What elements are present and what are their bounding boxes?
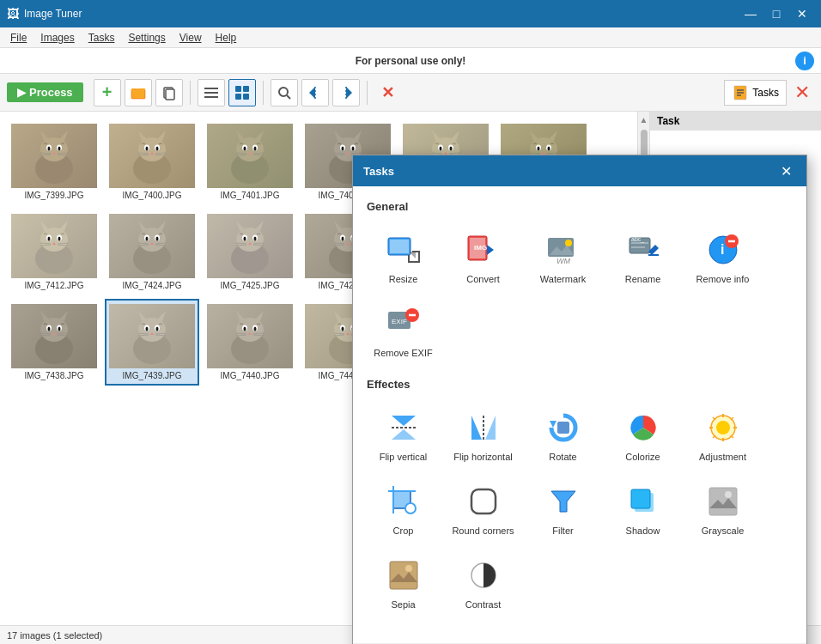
svg-rect-7 [243, 86, 249, 92]
svg-marker-35 [138, 131, 147, 141]
contrast-task[interactable]: Contrast [447, 549, 520, 616]
menu-tasks[interactable]: Tasks [82, 30, 122, 46]
process-button[interactable]: ▶ Process [7, 82, 83, 102]
toolbar-right: Tasks ✕ [724, 80, 814, 106]
tasks-modal[interactable]: Tasks ✕ General [352, 155, 807, 644]
svg-rect-0 [131, 89, 145, 99]
delete-button[interactable]: ✕ [374, 79, 402, 106]
crop-task[interactable]: Crop [367, 475, 440, 542]
remove-exif-icon: EXIF [383, 303, 424, 344]
menu-images[interactable]: Images [33, 30, 81, 46]
rotate-task[interactable]: Rotate [526, 401, 599, 468]
image-label: IMG_7438.JPG [25, 371, 84, 380]
remove-info-task[interactable]: i Remove info [686, 223, 759, 290]
svg-point-131 [254, 237, 257, 241]
image-thumb[interactable]: IMG_7440.JPG [203, 299, 297, 386]
svg-marker-288 [551, 491, 575, 512]
round-corners-task[interactable]: Round corners [447, 475, 520, 542]
svg-marker-114 [157, 221, 166, 231]
close-tasks-button[interactable]: ✕ [790, 81, 814, 105]
image-label: IMG_7399.JPG [25, 191, 84, 200]
svg-marker-269 [485, 416, 496, 440]
menu-file[interactable]: File [3, 30, 33, 46]
toolbar: ▶ Process + ✕ Tasks ✕ [0, 74, 821, 112]
menu-view[interactable]: View [173, 30, 209, 46]
list-view-button[interactable] [198, 79, 225, 106]
image-thumb[interactable]: IMG_7400.JPG [105, 118, 199, 205]
sepia-task[interactable]: Sepia [367, 549, 440, 616]
image-thumb[interactable]: IMG_7424.JPG [105, 209, 199, 295]
svg-marker-264 [392, 416, 416, 426]
image-thumb[interactable]: IMG_7412.JPG [7, 209, 101, 295]
resize-task[interactable]: Resize [367, 223, 440, 290]
svg-text:WM: WM [556, 257, 570, 265]
flip-horizontal-label: Flip horizontal [453, 452, 512, 462]
image-thumb[interactable]: IMG_7401.JPG [203, 118, 297, 205]
maximize-button[interactable]: □ [764, 2, 788, 26]
flip-right-button[interactable] [332, 79, 360, 106]
remove-exif-task[interactable]: EXIF Remove EXIF [367, 297, 440, 364]
image-thumb[interactable]: IMG_7439.JPG [105, 299, 199, 386]
svg-marker-36 [157, 131, 166, 141]
svg-point-203 [236, 318, 264, 342]
svg-rect-242 [390, 240, 409, 253]
tasks-label: Tasks [752, 87, 779, 99]
general-section-title: General [367, 200, 793, 213]
grayscale-task[interactable]: Grayscale [686, 475, 759, 542]
image-thumb[interactable]: IMG_7399.JPG [7, 118, 101, 205]
filter-label: Filter [552, 526, 573, 536]
watermark-icon: WM [543, 229, 584, 270]
copy-button[interactable] [155, 79, 183, 106]
minimize-button[interactable]: — [739, 2, 763, 26]
svg-rect-4 [204, 92, 218, 94]
colorize-task[interactable]: Colorize [606, 401, 679, 468]
flip-horizontal-task[interactable]: Flip horizontal [447, 401, 520, 468]
app-close-button[interactable]: ✕ [790, 2, 814, 26]
menu-settings[interactable]: Settings [121, 30, 172, 46]
shadow-task[interactable]: Shadow [606, 475, 679, 542]
svg-rect-5 [204, 96, 218, 98]
search-button[interactable] [271, 79, 298, 106]
watermark-task[interactable]: WM Watermark [526, 223, 599, 290]
svg-text:EXIF: EXIF [392, 318, 407, 325]
tasks-panel-button[interactable]: Tasks [724, 80, 787, 106]
resize-label: Resize [389, 274, 418, 284]
open-folder-button[interactable] [125, 79, 152, 106]
flip-left-button[interactable] [301, 79, 329, 106]
image-thumb[interactable]: IMG_7438.JPG [7, 299, 101, 386]
scroll-up-arrow[interactable]: ▲ [638, 113, 650, 126]
sepia-icon [383, 555, 424, 596]
rename-task[interactable]: abc_ Rename [606, 223, 679, 290]
colorize-label: Colorize [625, 452, 660, 462]
svg-point-208 [244, 327, 246, 331]
svg-point-182 [48, 327, 51, 331]
title-bar: 🖼 Image Tuner — □ ✕ [0, 0, 821, 27]
effectes-section-title: Effectes [367, 378, 793, 391]
svg-rect-290 [631, 489, 650, 508]
svg-marker-139 [334, 221, 343, 231]
colorize-icon [623, 407, 664, 448]
svg-point-92 [548, 147, 550, 151]
convert-icon: IMG [463, 229, 504, 270]
image-label: IMG_7425.JPG [221, 281, 280, 290]
menu-help[interactable]: Help [209, 30, 244, 46]
svg-marker-12 [309, 87, 315, 99]
modal-close-button[interactable]: ✕ [775, 161, 796, 181]
svg-marker-23 [59, 131, 68, 141]
info-button[interactable]: i [795, 52, 814, 70]
toolbar-separator-2 [263, 81, 264, 105]
convert-task[interactable]: IMG Convert [447, 223, 520, 290]
remove-info-icon: i [702, 229, 744, 270]
add-button[interactable]: + [94, 79, 121, 106]
image-thumb[interactable]: IMG_7425.JPG [203, 209, 297, 295]
thumbnail-view-button[interactable] [228, 79, 256, 106]
image-label: IMG_7439.JPG [123, 371, 182, 380]
adjustment-icon [702, 407, 744, 448]
adjustment-task[interactable]: Adjustment [686, 401, 759, 468]
svg-point-190 [138, 318, 166, 342]
rotate-icon [543, 407, 584, 448]
svg-marker-61 [334, 131, 343, 141]
filter-task[interactable]: Filter [526, 475, 599, 542]
tasks-panel-header: Task [650, 112, 821, 131]
flip-vertical-task[interactable]: Flip vertical [367, 401, 440, 468]
